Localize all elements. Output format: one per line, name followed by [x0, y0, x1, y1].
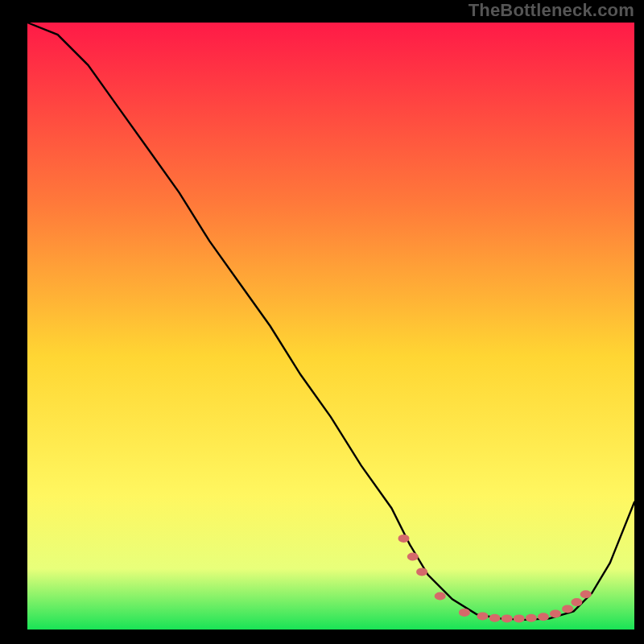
marker-dot — [571, 598, 582, 606]
marker-dot — [416, 568, 427, 576]
marker-dot — [580, 590, 592, 598]
marker-dot — [435, 592, 446, 601]
marker-dot — [514, 614, 525, 622]
watermark-text: TheBottleneck.com — [469, 0, 634, 21]
marker-dot — [550, 609, 561, 617]
marker-dot — [502, 614, 513, 622]
marker-dot — [407, 553, 419, 561]
marker-dot — [526, 614, 537, 622]
marker-dot — [538, 613, 549, 621]
chart-container: TheBottleneck.com — [0, 0, 644, 644]
marker-dot — [477, 612, 489, 620]
marker-dot — [489, 614, 501, 622]
plot-background — [27, 23, 634, 630]
marker-dot — [398, 535, 410, 543]
marker-dot — [459, 609, 470, 617]
bottleneck-chart — [0, 0, 644, 644]
marker-dot — [562, 605, 573, 613]
